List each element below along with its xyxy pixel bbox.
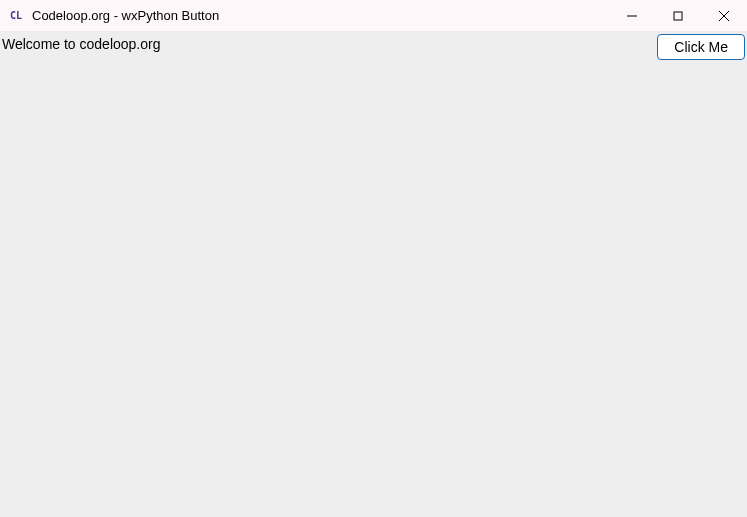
welcome-label: Welcome to codeloop.org	[0, 34, 163, 54]
client-area: Welcome to codeloop.org Click Me	[0, 32, 747, 517]
window-controls	[609, 0, 747, 31]
click-me-button[interactable]: Click Me	[657, 34, 745, 60]
minimize-button[interactable]	[609, 0, 655, 32]
close-button[interactable]	[701, 0, 747, 32]
close-icon	[719, 11, 729, 21]
titlebar: CL Codeloop.org - wxPython Button	[0, 0, 747, 32]
app-icon: CL	[8, 8, 24, 24]
svg-rect-1	[674, 12, 682, 20]
maximize-icon	[673, 11, 683, 21]
window-title: Codeloop.org - wxPython Button	[32, 8, 609, 23]
maximize-button[interactable]	[655, 0, 701, 32]
minimize-icon	[627, 11, 637, 21]
